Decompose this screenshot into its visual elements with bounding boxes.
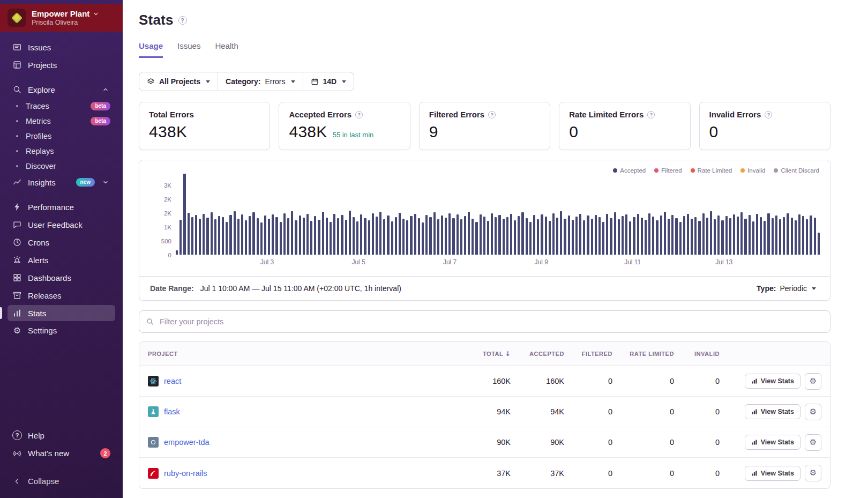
view-stats-button[interactable]: View Stats	[745, 466, 800, 481]
chart-bar	[203, 214, 205, 255]
card-help-icon[interactable]: ?	[647, 111, 655, 118]
page-help-icon[interactable]: ?	[178, 16, 187, 25]
sidebar-item-discover[interactable]: Discover	[8, 159, 115, 173]
sidebar-item-stats[interactable]: Stats	[8, 305, 115, 321]
stat-cards: Total Errors 438K Accepted Errors? 438K5…	[139, 102, 830, 150]
sidebar-item-explore[interactable]: Explore	[8, 81, 115, 98]
tab-issues[interactable]: Issues	[177, 41, 200, 58]
sidebar-item-releases[interactable]: Releases	[8, 287, 115, 303]
chart-bar	[714, 219, 716, 255]
view-stats-button[interactable]: View Stats	[745, 374, 800, 389]
chart-bar	[572, 220, 574, 255]
chart-bar	[783, 217, 785, 255]
chart-bar	[252, 212, 255, 255]
card-help-icon[interactable]: ?	[355, 111, 363, 118]
chart-bar	[299, 215, 301, 255]
sidebar-collapse-button[interactable]: Collapse	[8, 473, 115, 489]
empower-tda-icon	[148, 437, 159, 448]
legend-item[interactable]: Accepted	[613, 167, 646, 174]
org-switcher[interactable]: Empower Plant Priscila Oliveira	[0, 4, 123, 32]
filtered-cell: 0	[564, 469, 612, 478]
project-settings-button[interactable]: ⚙	[805, 373, 821, 390]
chart-bar	[360, 214, 362, 255]
legend-item[interactable]: Client Discard	[774, 167, 819, 174]
project-filter-dropdown[interactable]: All Projects	[139, 72, 218, 91]
sidebar-item-profiles[interactable]: Profiles	[8, 129, 115, 143]
project-link[interactable]: react	[164, 377, 181, 385]
sidebar-item-traces[interactable]: Traces beta	[8, 99, 115, 113]
chart-bar	[368, 220, 370, 255]
chevron-down-icon	[342, 80, 346, 83]
card-value: 0	[569, 123, 578, 141]
chart-bar	[806, 219, 808, 255]
view-stats-button[interactable]: View Stats	[745, 404, 800, 419]
chart-bar	[749, 215, 751, 255]
project-settings-button[interactable]: ⚙	[805, 465, 821, 481]
releases-icon	[12, 291, 22, 300]
legend-item[interactable]: Filtered	[654, 167, 682, 174]
legend-item[interactable]: Invalid	[740, 167, 765, 174]
column-header-filtered[interactable]: FILTERED	[564, 351, 612, 357]
chart-bar	[694, 217, 697, 255]
bar-chart-icon	[751, 378, 758, 384]
column-header-project[interactable]: PROJECT	[148, 351, 452, 357]
table-row: flask 94K 94K 0 0 0 View Stats ⚙	[139, 397, 830, 427]
sidebar-item-label: Explore	[28, 85, 55, 94]
legend-item[interactable]: Rate Limited	[691, 167, 732, 174]
project-settings-button[interactable]: ⚙	[805, 404, 821, 420]
sidebar-item-settings[interactable]: ⚙ Settings	[8, 323, 115, 338]
chart-bar	[422, 222, 424, 255]
chart-bar	[410, 216, 412, 255]
card-help-icon[interactable]: ?	[765, 111, 772, 118]
chart-bar	[541, 214, 543, 255]
card-help-icon[interactable]: ?	[488, 111, 496, 118]
tab-usage[interactable]: Usage	[139, 41, 163, 58]
view-stats-button[interactable]: View Stats	[745, 435, 800, 450]
column-header-invalid[interactable]: INVALID	[674, 351, 720, 357]
chart-bar	[480, 214, 482, 255]
period-dropdown[interactable]: 14D	[303, 72, 354, 91]
project-link[interactable]: flask	[164, 407, 180, 416]
sidebar-item-whats-new[interactable]: What's new 2	[8, 445, 115, 462]
column-header-rate-limited[interactable]: RATE LIMITED	[612, 351, 674, 357]
chart-bar	[772, 218, 774, 255]
empower-plant-logo-icon	[11, 12, 22, 23]
sidebar-item-insights[interactable]: Insights new	[8, 174, 115, 190]
sidebar-item-help[interactable]: ? Help	[8, 427, 115, 443]
chart-bar	[645, 220, 647, 255]
filter-bar: All Projects Category: Errors 14D	[139, 72, 354, 91]
rate-limited-cell: 0	[612, 438, 674, 447]
project-settings-button[interactable]: ⚙	[805, 434, 821, 451]
sidebar-item-performance[interactable]: Performance	[8, 199, 115, 215]
sidebar-item-replays[interactable]: Replays	[8, 144, 115, 158]
sidebar-item-dashboards[interactable]: Dashboards	[8, 270, 115, 286]
chart-bar	[272, 214, 274, 255]
chart-bar	[664, 212, 666, 255]
sidebar-item-label: Replays	[26, 147, 54, 155]
project-link[interactable]: ruby-on-rails	[164, 469, 207, 478]
chart-bar	[764, 221, 766, 255]
card-title: Filtered Errors	[429, 110, 484, 119]
bullet-icon	[16, 135, 18, 137]
sidebar-item-crons[interactable]: Crons	[8, 234, 115, 250]
chart-bar	[744, 219, 746, 255]
sidebar-item-alerts[interactable]: Alerts	[8, 252, 115, 268]
chart-bar	[429, 217, 431, 255]
sidebar-item-user-feedback[interactable]: User Feedback	[8, 217, 115, 233]
sidebar-item-projects[interactable]: Projects	[8, 57, 115, 73]
category-filter-dropdown[interactable]: Category: Errors	[218, 72, 303, 91]
search-input[interactable]	[139, 310, 830, 333]
legend-dot-icon	[613, 168, 617, 173]
chart-bar	[437, 219, 439, 255]
chart-bar	[406, 220, 408, 255]
project-link[interactable]: empower-tda	[164, 438, 209, 447]
chart-bar	[648, 213, 650, 255]
type-dropdown[interactable]: Type: Periodic	[753, 284, 819, 293]
sidebar-item-metrics[interactable]: Metrics beta	[8, 114, 115, 128]
tab-health[interactable]: Health	[215, 41, 238, 58]
column-header-total[interactable]: TOTAL↓	[452, 350, 511, 358]
sidebar-item-issues[interactable]: Issues	[8, 39, 115, 55]
column-header-accepted[interactable]: ACCEPTED	[511, 351, 564, 357]
performance-icon	[12, 202, 22, 212]
chart-bar	[364, 218, 366, 255]
